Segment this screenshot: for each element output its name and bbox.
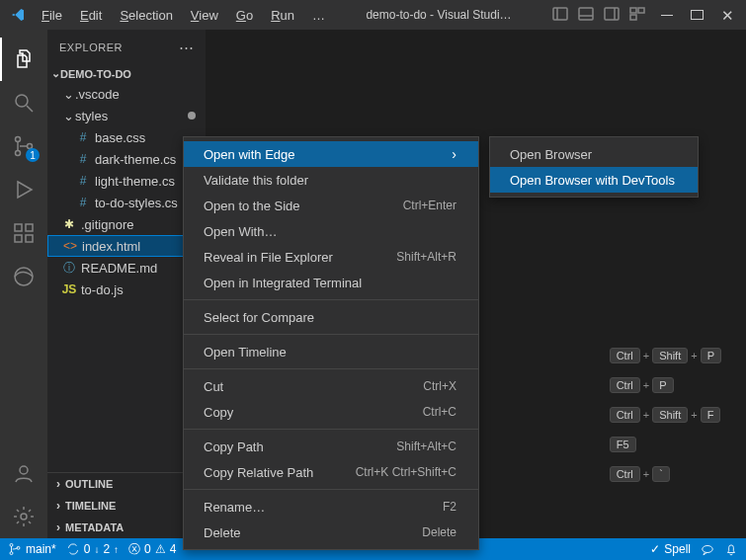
panel-metadata[interactable]: ›METADATA — [47, 517, 206, 538]
css-file-icon: # — [75, 130, 91, 144]
close-icon[interactable]: ✕ — [721, 8, 734, 23]
cm-select-compare[interactable]: Select for Compare — [184, 304, 478, 330]
title-bar: File Edit Selection View Go Run … demo-t… — [0, 0, 746, 30]
file-gitignore[interactable]: ✱.gitignore — [47, 213, 206, 235]
minimize-icon[interactable] — [661, 15, 673, 16]
css-file-icon: # — [75, 196, 91, 209]
cm-open-with-edge[interactable]: Open with Edge› — [184, 141, 478, 167]
tree-root[interactable]: ⌄DEMO-TO-DO — [47, 64, 206, 83]
activity-account[interactable] — [0, 451, 47, 495]
menu-go[interactable]: Go — [228, 4, 261, 27]
vscode-logo-icon — [10, 7, 26, 23]
explorer-header: EXPLORER ⋯ — [47, 30, 206, 64]
activity-edge-tools[interactable] — [0, 255, 47, 298]
svg-rect-0 — [553, 8, 567, 20]
cm-validate-folder[interactable]: Validate this folder — [184, 167, 478, 193]
layout-controls — [552, 7, 645, 24]
status-feedback-icon[interactable] — [701, 542, 714, 556]
menu-file[interactable]: File — [34, 4, 70, 27]
edge-submenu: Open Browser Open Browser with DevTools — [489, 136, 699, 198]
cm-copy[interactable]: CopyCtrl+C — [184, 399, 478, 425]
activity-source-control[interactable]: 1 — [0, 124, 47, 168]
explorer-title: EXPLORER — [59, 41, 123, 53]
svg-point-12 — [16, 151, 21, 156]
window-controls: ✕ — [661, 8, 734, 23]
cm-delete[interactable]: DeleteDelete — [184, 520, 478, 545]
file-readme[interactable]: ⓘREADME.md — [47, 257, 206, 279]
panel-outline[interactable]: ›OUTLINE — [47, 473, 206, 495]
css-file-icon: # — [75, 174, 91, 188]
file-context-menu: Open with Edge› Validate this folder Ope… — [183, 136, 479, 550]
cm-open-timeline[interactable]: Open Timeline — [184, 339, 478, 364]
svg-point-22 — [10, 552, 13, 555]
activity-settings[interactable] — [0, 495, 47, 538]
layout-panel-icon[interactable] — [578, 7, 594, 24]
cm-open-terminal[interactable]: Open in Integrated Terminal — [184, 270, 478, 295]
svg-rect-2 — [579, 8, 593, 20]
status-problems[interactable]: ⓧ0 ⚠4 — [128, 541, 176, 558]
activity-extensions[interactable] — [0, 211, 47, 255]
explorer-panels: ›OUTLINE ›TIMELINE ›METADATA — [47, 472, 206, 538]
status-notifications-icon[interactable] — [724, 542, 738, 556]
menu-view[interactable]: View — [183, 4, 226, 27]
menu-edit[interactable]: Edit — [72, 4, 110, 27]
file-todo-js[interactable]: JSto-do.js — [47, 279, 206, 300]
file-index-html[interactable]: <>index.html — [47, 235, 206, 257]
maximize-icon[interactable] — [691, 10, 704, 20]
cm-open-to-side[interactable]: Open to the SideCtrl+Enter — [184, 193, 478, 218]
status-branch[interactable]: main* — [8, 542, 56, 556]
cm-open-with[interactable]: Open With… — [184, 218, 478, 244]
cm-cut[interactable]: CutCtrl+X — [184, 373, 478, 399]
panel-timeline[interactable]: ›TIMELINE — [47, 495, 206, 517]
svg-rect-4 — [605, 8, 619, 20]
layout-sidebar-left-icon[interactable] — [552, 7, 568, 24]
menu-selection[interactable]: Selection — [112, 4, 180, 27]
explorer-more-icon[interactable]: ⋯ — [179, 39, 195, 56]
welcome-hints: Ctrl+Shift+P Ctrl+P Ctrl+Shift+F F5 Ctrl… — [609, 348, 722, 482]
dirty-indicator-icon — [188, 112, 196, 120]
activity-explorer[interactable] — [0, 38, 47, 81]
js-file-icon: JS — [61, 282, 77, 296]
cm-open-browser-devtools[interactable]: Open Browser with DevTools — [490, 167, 698, 193]
cm-reveal-explorer[interactable]: Reveal in File ExplorerShift+Alt+R — [184, 244, 478, 270]
cm-rename[interactable]: Rename…F2 — [184, 494, 478, 520]
svg-rect-16 — [26, 235, 33, 242]
activity-bar: 1 — [0, 30, 47, 538]
submenu-arrow-icon: › — [452, 146, 456, 162]
status-spell[interactable]: ✓Spell — [650, 542, 691, 556]
svg-point-20 — [21, 514, 27, 520]
html-file-icon: <> — [62, 239, 78, 253]
cm-separator — [184, 489, 478, 490]
svg-point-18 — [15, 268, 33, 285]
folder-styles[interactable]: ⌄styles — [47, 105, 206, 126]
svg-point-19 — [20, 466, 28, 474]
scm-badge: 1 — [26, 148, 40, 162]
activity-run-debug[interactable] — [0, 168, 47, 211]
file-light-theme[interactable]: #light-theme.cs — [47, 170, 206, 192]
status-sync[interactable]: 0↓ 2↑ — [66, 542, 119, 556]
info-file-icon: ⓘ — [61, 260, 77, 277]
layout-customize-icon[interactable] — [629, 7, 645, 24]
svg-point-11 — [16, 137, 21, 142]
explorer-sidebar: EXPLORER ⋯ ⌄DEMO-TO-DO ⌄.vscode ⌄styles … — [47, 30, 206, 538]
file-dark-theme[interactable]: #dark-theme.cs — [47, 148, 206, 170]
git-file-icon: ✱ — [61, 217, 77, 231]
cm-copy-relative-path[interactable]: Copy Relative PathCtrl+K Ctrl+Shift+C — [184, 459, 478, 485]
activity-search[interactable] — [0, 81, 47, 124]
window-title: demo-to-do - Visual Studi… — [333, 8, 544, 22]
svg-line-10 — [27, 106, 33, 112]
svg-rect-7 — [638, 8, 644, 13]
menu-run[interactable]: Run — [263, 4, 302, 27]
cm-copy-path[interactable]: Copy PathShift+Alt+C — [184, 434, 478, 459]
cm-separator — [184, 299, 478, 300]
cm-open-browser[interactable]: Open Browser — [490, 141, 698, 167]
file-base-css[interactable]: #base.css — [47, 126, 206, 148]
menu-overflow[interactable]: … — [304, 4, 333, 27]
layout-sidebar-right-icon[interactable] — [604, 7, 620, 24]
svg-point-21 — [10, 543, 13, 546]
file-tree: ⌄DEMO-TO-DO ⌄.vscode ⌄styles #base.css #… — [47, 64, 206, 472]
folder-vscode[interactable]: ⌄.vscode — [47, 83, 206, 105]
svg-rect-17 — [26, 224, 33, 231]
svg-rect-15 — [15, 235, 22, 242]
file-todo-styles[interactable]: #to-do-styles.cs — [47, 192, 206, 213]
